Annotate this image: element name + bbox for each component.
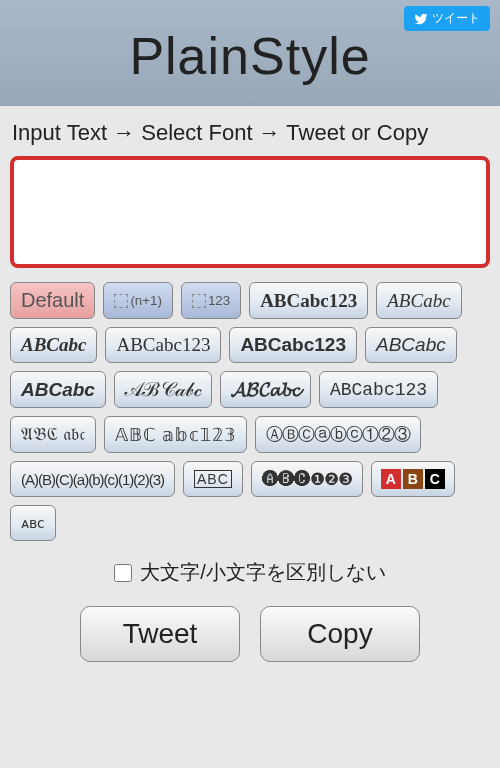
font-neg-circled-button[interactable]: 🅐🅑🅒❶❷❸ — [251, 461, 363, 497]
font-script-bold-button[interactable]: 𝓐𝓑𝓒𝓪𝓫𝓬 — [220, 371, 311, 408]
colorblock-red: A — [381, 469, 401, 489]
colorblock-brown: B — [403, 469, 423, 489]
font-paren-button[interactable]: (A)(B)(C)(a)(b)(c)(1)(2)(3) — [10, 461, 175, 497]
case-insensitive-row: 大文字/小文字を区別しない — [10, 559, 490, 586]
font-italic-sans-button[interactable]: ABCabc — [365, 327, 457, 363]
dashed-box-icon — [192, 294, 206, 308]
case-insensitive-label: 大文字/小文字を区別しない — [140, 559, 386, 586]
font-italic-serif-button[interactable]: ABCabc — [376, 282, 461, 319]
font-fraktur-button[interactable]: 𝔄𝔅ℭ 𝔞𝔟𝔠 — [10, 416, 96, 453]
font-subscript-button[interactable]: 123 — [181, 282, 241, 319]
font-colorblock-button[interactable]: A B C — [371, 461, 455, 497]
main: Input Text → Select Font → Tweet or Copy… — [0, 106, 500, 670]
font-mono-button[interactable]: ABCabc123 — [319, 371, 438, 408]
font-default-button[interactable]: Default — [10, 282, 95, 319]
colorblock-black: C — [425, 469, 445, 489]
boxed-sample: ABC — [194, 470, 232, 488]
font-doublestruck-button[interactable]: 𝔸𝔹ℂ 𝕒𝕓𝕔𝟙𝟚𝟛 — [104, 416, 248, 453]
copy-button[interactable]: Copy — [260, 606, 420, 662]
input-textarea[interactable] — [10, 156, 490, 268]
tweet-button[interactable]: Tweet — [80, 606, 240, 662]
font-boxed-button[interactable]: ABC — [183, 461, 243, 497]
font-bolditalic-serif-button[interactable]: ABCabc — [10, 327, 97, 363]
font-bolditalic-sans-button[interactable]: ABCabc — [10, 371, 106, 408]
header: ツイート PlainStyle — [0, 0, 500, 106]
font-superscript-button[interactable]: (n+1) — [103, 282, 173, 319]
font-circled-button[interactable]: ⒶⒷⒸⓐⓑⓒ①②③ — [255, 416, 421, 453]
font-serif-button[interactable]: ABCabc123 — [105, 327, 221, 363]
tweet-share-button[interactable]: ツイート — [404, 6, 490, 31]
page-title: PlainStyle — [10, 26, 490, 86]
font-script-button[interactable]: 𝒜ℬ𝒞𝒶𝒷𝒸 — [114, 371, 212, 408]
tweet-share-label: ツイート — [432, 10, 480, 27]
font-bold-sans-button[interactable]: ABCabc123 — [229, 327, 357, 363]
twitter-icon — [414, 12, 428, 26]
case-insensitive-checkbox[interactable] — [114, 564, 132, 582]
font-bold-serif-button[interactable]: ABCabc123 — [249, 282, 368, 319]
font-smallcaps-button[interactable]: ᴀʙᴄ — [10, 505, 56, 541]
action-row: Tweet Copy — [10, 606, 490, 662]
instruction-text: Input Text → Select Font → Tweet or Copy — [12, 120, 490, 146]
font-button-grid: Default (n+1) 123 ABCabc123 ABCabc ABCab… — [10, 282, 490, 541]
superscript-sample: (n+1) — [130, 293, 162, 308]
dashed-box-icon — [114, 294, 128, 308]
subscript-sample: 123 — [208, 293, 230, 308]
